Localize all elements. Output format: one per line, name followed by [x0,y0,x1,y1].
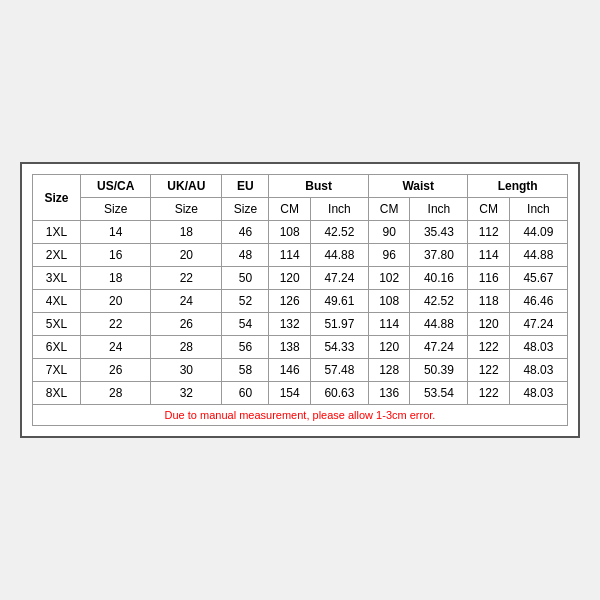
table-row: 8XL 28 32 60 154 60.63 136 53.54 122 48.… [33,382,568,405]
cell-waist-cm: 136 [368,382,409,405]
cell-waist-cm: 90 [368,221,409,244]
cell-length-inch: 48.03 [509,359,567,382]
length-header: Length [468,175,568,198]
table-row: 5XL 22 26 54 132 51.97 114 44.88 120 47.… [33,313,568,336]
note-row: Due to manual measurement, please allow … [33,405,568,426]
table-row: 6XL 24 28 56 138 54.33 120 47.24 122 48.… [33,336,568,359]
waist-header: Waist [368,175,468,198]
cell-bust-cm: 154 [269,382,310,405]
cell-waist-cm: 114 [368,313,409,336]
cell-waist-inch: 40.16 [410,267,468,290]
cell-length-inch: 48.03 [509,382,567,405]
cell-size: 6XL [33,336,81,359]
cell-usca: 18 [81,267,151,290]
size-table: Size US/CA UK/AU EU Bust Waist Length Si… [32,174,568,426]
size-chart-container: Size US/CA UK/AU EU Bust Waist Length Si… [20,162,580,438]
cell-bust-cm: 108 [269,221,310,244]
usca-header: US/CA [81,175,151,198]
cell-waist-inch: 42.52 [410,290,468,313]
cell-usca: 14 [81,221,151,244]
cell-usca: 24 [81,336,151,359]
cell-eu: 50 [222,267,269,290]
cell-ukau: 30 [151,359,222,382]
cell-waist-inch: 50.39 [410,359,468,382]
cell-length-cm: 122 [468,382,509,405]
cell-usca: 26 [81,359,151,382]
cell-size: 7XL [33,359,81,382]
cell-eu: 48 [222,244,269,267]
cell-bust-inch: 44.88 [310,244,368,267]
cell-bust-inch: 54.33 [310,336,368,359]
cell-waist-cm: 120 [368,336,409,359]
cell-length-cm: 120 [468,313,509,336]
header-row-top: Size US/CA UK/AU EU Bust Waist Length [33,175,568,198]
cell-usca: 22 [81,313,151,336]
waist-cm-sub: CM [368,198,409,221]
cell-ukau: 32 [151,382,222,405]
cell-length-inch: 47.24 [509,313,567,336]
cell-usca: 20 [81,290,151,313]
cell-waist-cm: 102 [368,267,409,290]
cell-bust-inch: 42.52 [310,221,368,244]
cell-ukau: 22 [151,267,222,290]
cell-waist-cm: 128 [368,359,409,382]
eu-sub: Size [222,198,269,221]
cell-bust-cm: 120 [269,267,310,290]
cell-bust-inch: 60.63 [310,382,368,405]
cell-waist-cm: 108 [368,290,409,313]
cell-length-cm: 114 [468,244,509,267]
cell-eu: 52 [222,290,269,313]
table-body: 1XL 14 18 46 108 42.52 90 35.43 112 44.0… [33,221,568,405]
cell-size: 8XL [33,382,81,405]
cell-waist-inch: 53.54 [410,382,468,405]
cell-waist-inch: 37.80 [410,244,468,267]
cell-length-cm: 116 [468,267,509,290]
cell-bust-cm: 146 [269,359,310,382]
cell-ukau: 20 [151,244,222,267]
ukau-sub: Size [151,198,222,221]
header-row-sub: Size Size Size CM Inch CM Inch CM Inch [33,198,568,221]
cell-bust-inch: 51.97 [310,313,368,336]
size-header: Size [33,175,81,221]
eu-header: EU [222,175,269,198]
table-row: 1XL 14 18 46 108 42.52 90 35.43 112 44.0… [33,221,568,244]
cell-size: 3XL [33,267,81,290]
cell-length-inch: 46.46 [509,290,567,313]
usca-sub: Size [81,198,151,221]
cell-length-cm: 118 [468,290,509,313]
bust-cm-sub: CM [269,198,310,221]
bust-inch-sub: Inch [310,198,368,221]
cell-waist-inch: 44.88 [410,313,468,336]
cell-length-inch: 48.03 [509,336,567,359]
cell-bust-cm: 138 [269,336,310,359]
cell-ukau: 26 [151,313,222,336]
cell-length-cm: 112 [468,221,509,244]
note-text: Due to manual measurement, please allow … [33,405,568,426]
cell-eu: 56 [222,336,269,359]
cell-waist-inch: 35.43 [410,221,468,244]
table-row: 4XL 20 24 52 126 49.61 108 42.52 118 46.… [33,290,568,313]
cell-ukau: 18 [151,221,222,244]
cell-ukau: 28 [151,336,222,359]
cell-length-inch: 45.67 [509,267,567,290]
cell-eu: 58 [222,359,269,382]
length-cm-sub: CM [468,198,509,221]
cell-bust-cm: 132 [269,313,310,336]
length-inch-sub: Inch [509,198,567,221]
cell-length-cm: 122 [468,359,509,382]
cell-ukau: 24 [151,290,222,313]
cell-eu: 46 [222,221,269,244]
table-row: 7XL 26 30 58 146 57.48 128 50.39 122 48.… [33,359,568,382]
cell-usca: 16 [81,244,151,267]
cell-length-cm: 122 [468,336,509,359]
cell-waist-inch: 47.24 [410,336,468,359]
cell-length-inch: 44.09 [509,221,567,244]
cell-eu: 54 [222,313,269,336]
cell-length-inch: 44.88 [509,244,567,267]
bust-header: Bust [269,175,369,198]
cell-bust-cm: 126 [269,290,310,313]
cell-size: 2XL [33,244,81,267]
cell-bust-inch: 49.61 [310,290,368,313]
ukau-header: UK/AU [151,175,222,198]
cell-waist-cm: 96 [368,244,409,267]
